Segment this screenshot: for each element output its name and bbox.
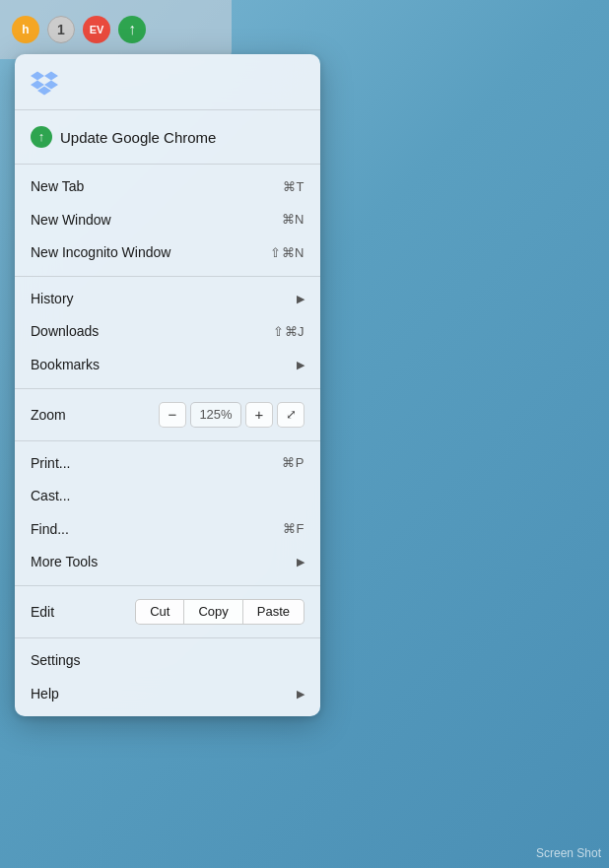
update-chrome-label: Update Google Chrome bbox=[60, 127, 216, 148]
new-tab-section: New Tab ⌘T New Window ⌘N New Incognito W… bbox=[15, 165, 320, 277]
edit-section: Edit Cut Copy Paste bbox=[15, 586, 320, 638]
zoom-fullscreen-button[interactable]: ⤢ bbox=[277, 402, 304, 428]
zoom-controls: − 125% + ⤢ bbox=[159, 402, 304, 428]
zoom-value-display: 125% bbox=[190, 402, 241, 428]
help-label: Help bbox=[31, 685, 59, 704]
new-tab-item[interactable]: New Tab ⌘T bbox=[15, 170, 320, 204]
zoom-section: Zoom − 125% + ⤢ bbox=[15, 389, 320, 441]
find-shortcut: ⌘F bbox=[283, 520, 304, 538]
history-label: History bbox=[31, 290, 74, 309]
find-label: Find... bbox=[31, 520, 69, 540]
expressvpn-extension-icon[interactable]: EV bbox=[83, 16, 110, 43]
new-incognito-label: New Incognito Window bbox=[31, 243, 170, 263]
print-item[interactable]: Print... ⌘P bbox=[15, 447, 320, 481]
edit-label: Edit bbox=[31, 604, 54, 620]
new-incognito-item[interactable]: New Incognito Window ⇧⌘N bbox=[15, 236, 320, 270]
cast-item[interactable]: Cast... bbox=[15, 480, 320, 513]
chrome-menu-dropdown: ↑ Update Google Chrome New Tab ⌘T New Wi… bbox=[15, 54, 320, 716]
onepassword-extension-icon[interactable]: 1 bbox=[47, 16, 75, 43]
bookmarks-label: Bookmarks bbox=[31, 356, 100, 375]
new-window-item[interactable]: New Window ⌘N bbox=[15, 204, 320, 237]
downloads-item[interactable]: Downloads ⇧⌘J bbox=[15, 315, 320, 349]
new-window-label: New Window bbox=[31, 211, 111, 231]
help-arrow-icon: ▶ bbox=[297, 687, 304, 701]
new-tab-label: New Tab bbox=[31, 177, 84, 197]
bookmarks-arrow-icon: ▶ bbox=[297, 358, 304, 372]
new-window-shortcut: ⌘N bbox=[282, 211, 304, 229]
dropbox-icon bbox=[31, 70, 58, 98]
cast-label: Cast... bbox=[31, 487, 70, 506]
print-shortcut: ⌘P bbox=[282, 454, 304, 472]
new-incognito-shortcut: ⇧⌘N bbox=[270, 244, 304, 262]
screenshot-label: Screen Shot bbox=[536, 846, 601, 860]
browser-toolbar: h 1 EV ↑ bbox=[0, 0, 232, 59]
settings-item[interactable]: Settings bbox=[15, 644, 320, 678]
bookmarks-item[interactable]: Bookmarks ▶ bbox=[15, 349, 320, 382]
settings-section: Settings Help ▶ bbox=[15, 638, 320, 716]
chrome-update-icon[interactable]: ↑ bbox=[118, 16, 146, 43]
copy-button[interactable]: Copy bbox=[183, 599, 242, 625]
more-tools-label: More Tools bbox=[31, 553, 98, 572]
history-item[interactable]: History ▶ bbox=[15, 283, 320, 316]
print-section: Print... ⌘P Cast... Find... ⌘F More Tool… bbox=[15, 441, 320, 586]
update-chrome-item[interactable]: ↑ Update Google Chrome bbox=[15, 116, 320, 158]
help-item[interactable]: Help ▶ bbox=[15, 678, 320, 711]
print-label: Print... bbox=[31, 454, 70, 474]
zoom-plus-button[interactable]: + bbox=[245, 402, 273, 428]
zoom-label: Zoom bbox=[31, 407, 66, 423]
downloads-label: Downloads bbox=[31, 322, 99, 342]
update-item-left: ↑ Update Google Chrome bbox=[31, 126, 216, 148]
new-tab-shortcut: ⌘T bbox=[283, 178, 304, 196]
edit-row: Edit Cut Copy Paste bbox=[15, 592, 320, 632]
honey-extension-icon[interactable]: h bbox=[12, 16, 39, 43]
zoom-row: Zoom − 125% + ⤢ bbox=[15, 395, 320, 434]
history-arrow-icon: ▶ bbox=[297, 292, 304, 306]
more-tools-item[interactable]: More Tools ▶ bbox=[15, 546, 320, 579]
zoom-minus-button[interactable]: − bbox=[159, 402, 186, 428]
history-section: History ▶ Downloads ⇧⌘J Bookmarks ▶ bbox=[15, 277, 320, 389]
cut-button[interactable]: Cut bbox=[135, 599, 183, 625]
edit-button-group: Cut Copy Paste bbox=[135, 599, 304, 625]
settings-label: Settings bbox=[31, 651, 81, 671]
paste-button[interactable]: Paste bbox=[243, 599, 304, 625]
downloads-shortcut: ⇧⌘J bbox=[273, 323, 304, 341]
update-section: ↑ Update Google Chrome bbox=[15, 110, 320, 165]
update-circle-icon: ↑ bbox=[31, 126, 52, 148]
find-item[interactable]: Find... ⌘F bbox=[15, 513, 320, 547]
menu-header bbox=[15, 60, 320, 103]
more-tools-arrow-icon: ▶ bbox=[297, 555, 304, 569]
menu-header-section bbox=[15, 54, 320, 110]
